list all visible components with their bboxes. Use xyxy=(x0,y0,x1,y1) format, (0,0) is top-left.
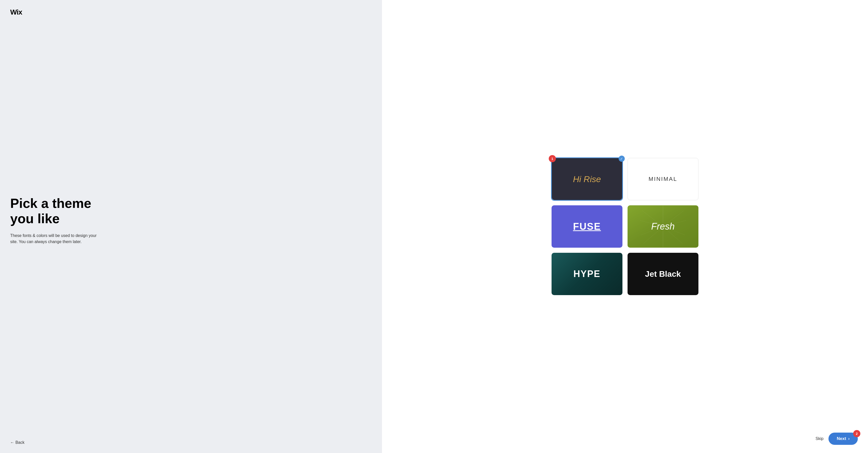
next-label: Next xyxy=(837,436,846,441)
back-button[interactable]: ← Back xyxy=(10,440,25,445)
theme-fresh-label: Fresh xyxy=(651,221,675,232)
next-arrow-icon: › xyxy=(848,436,850,441)
theme-hi-rise-inner: Hi Rise xyxy=(552,158,622,200)
theme-hype-inner: HYPE xyxy=(552,253,622,295)
theme-hype[interactable]: HYPE xyxy=(551,252,623,296)
theme-fuse[interactable]: FUSE xyxy=(551,205,623,248)
left-panel: Wix Pick a themeyou like These fonts & c… xyxy=(0,0,382,453)
theme-fuse-label: FUSE xyxy=(573,221,601,232)
badge-2: 2 xyxy=(853,430,860,437)
theme-hype-label: HYPE xyxy=(574,269,600,279)
theme-minimal[interactable]: MINIMAL xyxy=(627,157,699,201)
selected-checkmark: ✓ xyxy=(619,156,625,162)
theme-fuse-inner: FUSE xyxy=(552,205,622,248)
theme-fresh[interactable]: Fresh xyxy=(627,205,699,248)
left-content: Pick a themeyou like These fonts & color… xyxy=(10,16,372,445)
badge-1: 1 xyxy=(549,155,556,162)
theme-jet-black-label: Jet Black xyxy=(645,269,681,279)
theme-fresh-inner: Fresh xyxy=(627,205,699,248)
page-subtitle: These fonts & colors will be used to des… xyxy=(10,233,97,245)
wix-logo: Wix xyxy=(10,8,372,16)
theme-minimal-inner: MINIMAL xyxy=(627,158,699,200)
skip-button[interactable]: Skip xyxy=(815,436,824,441)
theme-hi-rise[interactable]: 1 Hi Rise ✓ xyxy=(551,157,623,201)
themes-grid: 1 Hi Rise ✓ MINIMAL FUSE xyxy=(551,157,699,296)
theme-jet-black[interactable]: Jet Black xyxy=(627,252,699,296)
theme-minimal-label: MINIMAL xyxy=(649,176,678,182)
page-title: Pick a themeyou like xyxy=(10,196,372,227)
theme-hi-rise-label: Hi Rise xyxy=(573,174,601,184)
right-panel: 1 Hi Rise ✓ MINIMAL FUSE xyxy=(382,0,868,453)
theme-jet-black-inner: Jet Black xyxy=(627,253,699,295)
next-button-wrapper: Next › 2 xyxy=(829,432,858,445)
bottom-bar: Skip Next › 2 xyxy=(815,432,858,445)
